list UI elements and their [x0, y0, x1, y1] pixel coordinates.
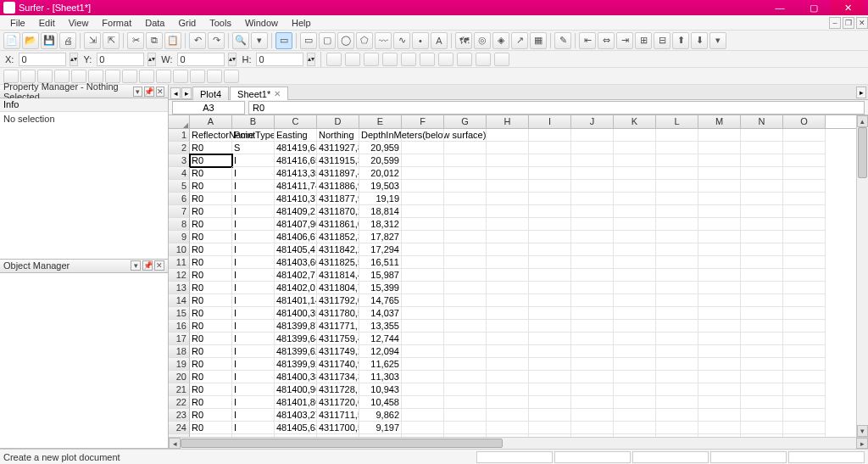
cell[interactable] — [444, 422, 487, 434]
cell[interactable]: Easting — [275, 129, 317, 142]
cell[interactable]: R0 — [190, 218, 232, 231]
cell[interactable] — [529, 167, 571, 180]
scroll-right-button[interactable]: ▸ — [856, 438, 868, 449]
cell[interactable]: ReflectorName — [190, 129, 232, 142]
cell[interactable]: I — [232, 409, 275, 422]
cell[interactable] — [698, 231, 741, 243]
cell[interactable] — [529, 269, 571, 282]
ungroup-button[interactable]: ⊟ — [654, 32, 670, 49]
cell[interactable] — [741, 383, 783, 396]
cell[interactable] — [783, 269, 826, 282]
map-contour-button[interactable]: ◎ — [474, 32, 491, 49]
coord-y-spinner[interactable]: ▴▾ — [147, 53, 156, 66]
cell[interactable] — [741, 269, 783, 282]
cell[interactable] — [614, 409, 656, 422]
cell[interactable]: 481410,37 — [275, 193, 317, 205]
tab-nav-far-right[interactable]: ▸ — [856, 87, 866, 98]
cell[interactable]: DepthInMeters(below surface) — [359, 129, 402, 142]
cell[interactable]: R0 — [190, 269, 232, 282]
cell[interactable]: R0 — [190, 409, 232, 422]
cell[interactable]: R0 — [190, 358, 232, 371]
column-header-N[interactable]: N — [741, 115, 783, 128]
property-manager-header[interactable]: Property Manager - Nothing Selected ▾ 📌 … — [0, 85, 168, 98]
cell[interactable]: I — [232, 320, 275, 333]
map-vector-button[interactable]: ↗ — [511, 32, 528, 49]
cell[interactable] — [444, 320, 487, 333]
cell[interactable]: R0 — [190, 396, 232, 409]
cell[interactable] — [783, 129, 826, 142]
cell[interactable]: R0 — [190, 154, 232, 167]
cell[interactable] — [529, 320, 571, 333]
cell[interactable] — [656, 193, 698, 205]
cell[interactable] — [614, 231, 656, 243]
map-image-button[interactable]: ▦ — [530, 32, 547, 49]
cell[interactable] — [444, 434, 487, 437]
cell[interactable] — [698, 358, 741, 371]
cell[interactable] — [487, 193, 529, 205]
cell[interactable] — [529, 371, 571, 383]
row-header[interactable]: 22 — [169, 396, 190, 409]
cell[interactable] — [614, 294, 656, 307]
cell[interactable]: I — [232, 167, 275, 180]
front-button[interactable]: ⬆ — [672, 32, 689, 49]
cell[interactable] — [698, 371, 741, 383]
cell[interactable]: 9,197 — [359, 422, 402, 434]
cell[interactable]: R0 — [190, 167, 232, 180]
cell[interactable]: I — [232, 180, 275, 193]
cell[interactable]: 16,511 — [359, 256, 402, 269]
cell[interactable] — [402, 345, 444, 358]
cell[interactable]: R0 — [190, 383, 232, 396]
column-header-F[interactable]: F — [402, 115, 444, 128]
row-header[interactable]: 18 — [169, 345, 190, 358]
cell[interactable] — [571, 256, 614, 269]
horizontal-scrollbar[interactable]: ◂ ▸ — [169, 437, 868, 449]
cell[interactable] — [783, 383, 826, 396]
cell[interactable]: 481405,63 — [275, 422, 317, 434]
cell[interactable]: R0 — [190, 294, 232, 307]
cell[interactable] — [614, 142, 656, 154]
cell[interactable] — [698, 193, 741, 205]
row-header[interactable]: 16 — [169, 320, 190, 333]
cell[interactable] — [656, 371, 698, 383]
cell[interactable] — [487, 231, 529, 243]
cell[interactable] — [741, 180, 783, 193]
cell[interactable] — [402, 231, 444, 243]
map-wizard-button[interactable]: 🗺 — [455, 32, 472, 49]
cell[interactable] — [656, 256, 698, 269]
cell[interactable] — [783, 422, 826, 434]
cell[interactable] — [487, 167, 529, 180]
cell[interactable] — [529, 129, 571, 142]
row-header[interactable]: 11 — [169, 256, 190, 269]
row-header[interactable]: 2 — [169, 142, 190, 154]
scroll-down-button[interactable]: ▾ — [857, 425, 868, 437]
sec-tool-11[interactable] — [173, 70, 188, 83]
cell[interactable] — [783, 371, 826, 383]
menu-tools[interactable]: Tools — [203, 16, 238, 30]
cell[interactable] — [571, 205, 614, 218]
cell[interactable]: 18,814 — [359, 205, 402, 218]
cell[interactable] — [741, 193, 783, 205]
cell[interactable] — [487, 396, 529, 409]
row-header[interactable]: 25 — [169, 434, 190, 437]
cell[interactable]: R0 — [190, 333, 232, 345]
cell[interactable] — [529, 409, 571, 422]
cell[interactable] — [656, 434, 698, 437]
cell[interactable] — [402, 154, 444, 167]
mdi-minimize-button[interactable]: – — [829, 17, 841, 29]
cell[interactable]: 481408,55 — [275, 434, 317, 437]
cell[interactable]: 481402,01 — [275, 282, 317, 294]
cell[interactable]: 17,294 — [359, 243, 402, 256]
cell[interactable] — [571, 282, 614, 294]
cell[interactable] — [487, 409, 529, 422]
cell[interactable]: 4311842,2 — [317, 243, 359, 256]
zoom-button[interactable]: 🔍 — [232, 32, 249, 49]
cell[interactable] — [402, 218, 444, 231]
cell[interactable]: 11,625 — [359, 358, 402, 371]
cell[interactable] — [741, 294, 783, 307]
cell[interactable] — [614, 269, 656, 282]
cell[interactable]: R0 — [190, 434, 232, 437]
cell[interactable] — [444, 154, 487, 167]
cell[interactable]: 18,312 — [359, 218, 402, 231]
cell[interactable]: I — [232, 243, 275, 256]
cell[interactable] — [529, 193, 571, 205]
